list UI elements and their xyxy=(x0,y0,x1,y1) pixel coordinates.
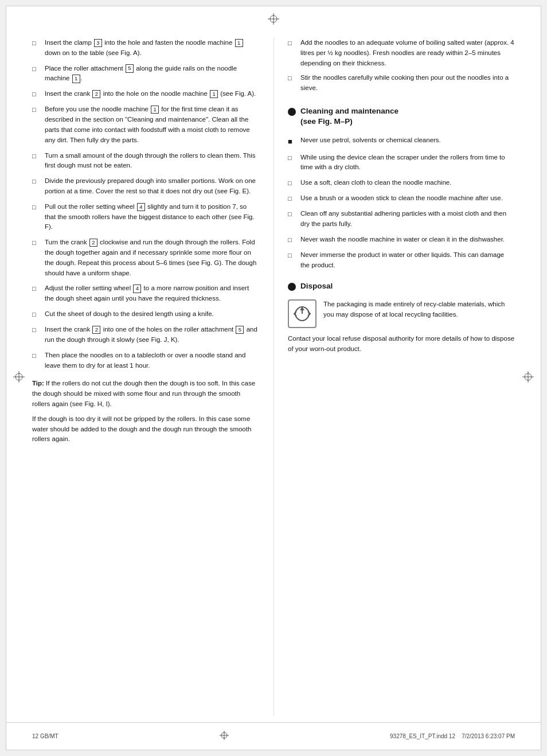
list-item-text: Use a brush or a wooden stick to clean t… xyxy=(300,193,515,204)
list-item-text: Adjust the roller setting wheel 4 to a m… xyxy=(45,283,259,304)
disposal-box-text: The packaging is made entirely of recy-c… xyxy=(323,299,515,320)
list-item: □ While using the device clean the scrap… xyxy=(288,153,515,173)
list-item-text: Never immerse the product in water or ot… xyxy=(300,250,515,271)
step-number: 4 xyxy=(137,203,145,211)
cleaning-heading: Cleaning and maintenance (see Fig. M–P) xyxy=(288,106,515,127)
list-item: □ Then place the noodles on to a tablecl… xyxy=(32,350,259,371)
bullet-icon: □ xyxy=(32,105,41,115)
bullet-icon: □ xyxy=(288,251,297,260)
list-item: □ Clean off any substantial adhering par… xyxy=(288,209,515,229)
tip-paragraph-2: If the dough is too dry it will not be g… xyxy=(32,414,259,445)
section-dot-icon xyxy=(288,108,296,116)
list-item: □ Adjust the roller setting wheel 4 to a… xyxy=(32,283,259,304)
list-item-text: Never use petrol, solvents or chemical c… xyxy=(300,135,515,146)
section-dot-icon xyxy=(288,283,296,291)
step-number: 2 xyxy=(92,326,100,334)
list-item: □ Insert the crank 2 into one of the hol… xyxy=(32,325,259,345)
bullet-icon: □ xyxy=(32,325,41,335)
disposal-section: Disposal The packaging is xyxy=(288,281,515,354)
top-center-mark xyxy=(268,13,279,27)
footer-page-label: 12 GB/MT xyxy=(32,733,58,739)
bullet-icon: □ xyxy=(288,73,297,83)
right-bullet-list-top: □ Add the noodles to an adequate volume … xyxy=(288,38,515,93)
list-item-text: Never wash the noodle machine in water o… xyxy=(300,235,515,245)
column-divider xyxy=(274,38,274,715)
bullet-icon: □ xyxy=(32,310,41,319)
list-item: □ Divide the previously prepared dough i… xyxy=(32,176,259,197)
list-item: □ Pull out the roller setting wheel 4 sl… xyxy=(32,202,259,232)
list-item: □ Add the noodles to an adequate volume … xyxy=(288,38,515,68)
bullet-icon: □ xyxy=(32,284,41,294)
step-number: 1 xyxy=(151,106,159,114)
list-item-text: Pull out the roller setting wheel 4 slig… xyxy=(45,202,259,232)
step-number: 5 xyxy=(236,326,244,334)
bullet-icon: □ xyxy=(32,351,41,361)
right-top-list: □ Add the noodles to an adequate volume … xyxy=(288,38,515,93)
disposal-heading: Disposal xyxy=(288,281,515,291)
list-item-text: Insert the clamp 3 into the hole and fas… xyxy=(45,38,259,59)
list-item-text: Insert the crank 2 into the hole on the … xyxy=(45,89,259,99)
step-number: 5 xyxy=(126,64,134,72)
list-item-text: While using the device clean the scraper… xyxy=(300,153,515,173)
list-item-text: Stir the noodles carefully while cooking… xyxy=(300,73,515,93)
list-item: □ Before you use the noodle machine 1 fo… xyxy=(32,104,259,145)
bullet-icon: □ xyxy=(288,209,297,219)
cleaning-section: Cleaning and maintenance (see Fig. M–P) … xyxy=(288,106,515,271)
disposal-footer-text: Contact your local refuse disposal autho… xyxy=(288,334,515,354)
bullet-icon: □ xyxy=(288,194,297,204)
bullet-icon: □ xyxy=(288,235,297,245)
list-item-text: Cut the sheet of dough to the desired le… xyxy=(45,309,259,319)
step-number: 2 xyxy=(92,90,100,98)
recycle-icon xyxy=(288,299,317,328)
list-item: □ Place the roller attachment 5 along th… xyxy=(32,64,259,84)
page-footer: 12 GB/MT 93278_ES_IT_PT.indd 12 7/2/2013… xyxy=(6,722,541,750)
left-border-mark xyxy=(13,371,25,385)
cleaning-title: Cleaning and maintenance (see Fig. M–P) xyxy=(300,106,398,127)
list-item: ■ Never use petrol, solvents or chemical… xyxy=(288,135,515,147)
bullet-icon: □ xyxy=(288,178,297,188)
list-item: □ Cut the sheet of dough to the desired … xyxy=(32,309,259,319)
footer-center-mark xyxy=(219,730,229,743)
step-number: 1 xyxy=(72,75,80,83)
page: □ Insert the clamp 3 into the hole and f… xyxy=(6,6,541,750)
list-item-text: Insert the crank 2 into one of the holes… xyxy=(45,325,259,345)
list-item-text: Turn the crank 2 clockwise and run the d… xyxy=(45,237,259,278)
right-border-mark xyxy=(522,371,534,385)
list-item-text: Use a soft, clean cloth to clean the noo… xyxy=(300,178,515,188)
bullet-icon: □ xyxy=(32,238,41,248)
bullet-icon: □ xyxy=(288,38,297,48)
bullet-icon: □ xyxy=(288,153,297,163)
list-item: □ Never wash the noodle machine in water… xyxy=(288,235,515,245)
step-number: 1 xyxy=(210,90,218,98)
list-item-text: Clean off any substantial adhering parti… xyxy=(300,209,515,229)
bullet-icon: □ xyxy=(32,151,41,161)
bullet-icon: ■ xyxy=(288,136,297,147)
bullet-icon: □ xyxy=(32,64,41,74)
list-item: □ Turn the crank 2 clockwise and run the… xyxy=(32,237,259,278)
list-item-text: Turn a small amount of the dough through… xyxy=(45,151,259,172)
list-item: □ Stir the noodles carefully while cooki… xyxy=(288,73,515,93)
list-item: □ Insert the crank 2 into the hole on th… xyxy=(32,89,259,99)
step-number: 1 xyxy=(235,39,243,47)
tip-paragraph-1: Tip: If the rollers do not cut the dough… xyxy=(32,379,259,409)
list-item: □ Use a soft, clean cloth to clean the n… xyxy=(288,178,515,188)
list-item-text: Place the roller attachment 5 along the … xyxy=(45,64,259,84)
bullet-icon: □ xyxy=(32,38,41,48)
list-item-text: Add the noodles to an adequate volume of… xyxy=(300,38,515,68)
step-number: 2 xyxy=(89,239,97,247)
disposal-box: The packaging is made entirely of recy-c… xyxy=(288,299,515,328)
step-number: 4 xyxy=(133,285,141,293)
left-column: □ Insert the clamp 3 into the hole and f… xyxy=(32,38,268,672)
list-item-text: Then place the noodles on to a tableclot… xyxy=(45,350,259,371)
tip-label: Tip: xyxy=(32,380,44,387)
bullet-icon: □ xyxy=(32,177,41,186)
disposal-title: Disposal xyxy=(300,281,333,291)
page-wrapper: □ Insert the clamp 3 into the hole and f… xyxy=(0,0,547,756)
tip-section: Tip: If the rollers do not cut the dough… xyxy=(32,379,259,445)
left-bullet-list: □ Insert the clamp 3 into the hole and f… xyxy=(32,38,259,371)
list-item: □ Use a brush or a wooden stick to clean… xyxy=(288,193,515,204)
bullet-icon: □ xyxy=(32,89,41,99)
step-number: 3 xyxy=(94,39,102,47)
footer-file-label: 93278_ES_IT_PT.indd 12 7/2/2013 6:23:07 … xyxy=(390,733,515,739)
list-item: □ Never immerse the product in water or … xyxy=(288,250,515,271)
